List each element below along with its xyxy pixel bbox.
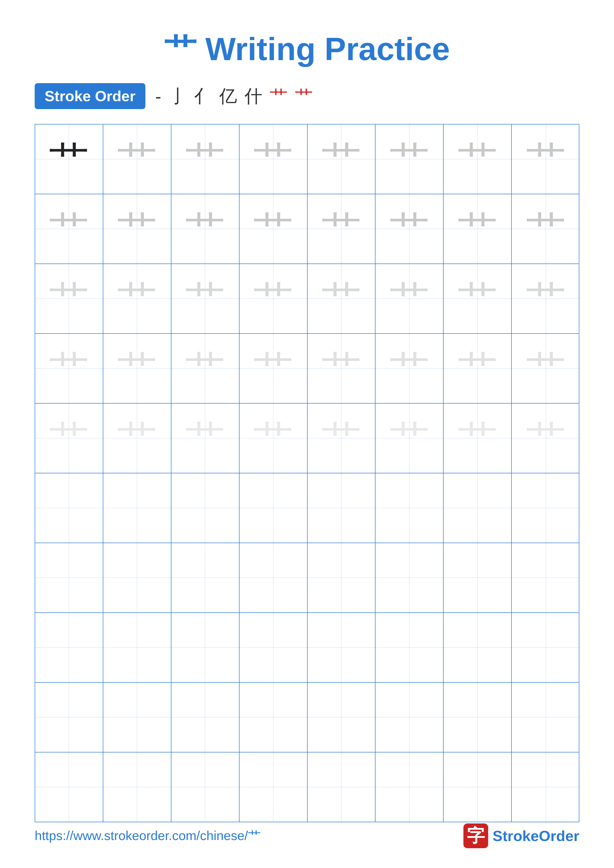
grid-cell[interactable]: 艹 (308, 124, 376, 194)
grid-cell[interactable] (376, 613, 444, 682)
grid-cell[interactable]: 艹 (35, 334, 103, 403)
grid-cell[interactable]: 艹 (35, 264, 103, 333)
practice-char: 艹 (458, 418, 497, 458)
grid-cell[interactable] (444, 752, 512, 822)
grid-cell[interactable] (35, 473, 103, 542)
grid-cell[interactable] (239, 613, 308, 682)
grid-cell[interactable]: 艹 (308, 334, 376, 403)
grid-row: 艹 艹 艹 艹 艹 艹 艹 艹 (35, 264, 579, 334)
grid-cell[interactable] (103, 543, 171, 612)
stroke-step-4: 亿 (219, 84, 237, 108)
grid-cell[interactable] (171, 543, 239, 612)
grid-cell[interactable]: 艹 (103, 264, 171, 333)
practice-char: 艹 (526, 279, 566, 318)
grid-cell[interactable] (103, 683, 171, 752)
grid-row (35, 613, 579, 683)
grid-cell[interactable]: 艹 (103, 194, 171, 264)
stroke-order-section: Stroke Order - 亅 亻 亿 什 艹 艹 (0, 83, 614, 109)
grid-cell[interactable]: 艹 (103, 124, 171, 194)
grid-cell[interactable] (376, 752, 444, 822)
grid-cell[interactable] (308, 473, 376, 542)
grid-cell[interactable] (171, 473, 239, 542)
grid-cell[interactable] (308, 752, 376, 822)
stroke-order-badge: Stroke Order (35, 83, 145, 109)
grid-cell[interactable]: 艹 (376, 124, 444, 194)
grid-cell[interactable]: 艹 (171, 334, 239, 403)
grid-cell[interactable]: 艹 (171, 264, 239, 333)
grid-cell[interactable] (512, 473, 580, 542)
title-character: 艹 (164, 31, 196, 67)
grid-cell[interactable]: 艹 (35, 403, 103, 473)
grid-cell[interactable]: 艹 (308, 264, 376, 333)
grid-cell[interactable]: 艹 (376, 334, 444, 403)
grid-cell[interactable]: 艹 (103, 403, 171, 473)
practice-char: 艹 (185, 279, 225, 318)
page-title: 艹 Writing Practice (0, 0, 614, 68)
grid-cell[interactable] (308, 613, 376, 682)
stroke-step-5: 什 (244, 84, 262, 108)
grid-cell[interactable]: 艹 (444, 403, 512, 473)
grid-cell[interactable]: 艹 (512, 403, 580, 473)
footer-url[interactable]: https://www.strokeorder.com/chinese/艹 (35, 827, 261, 845)
grid-cell[interactable] (308, 683, 376, 752)
grid-cell[interactable]: 艹 (376, 403, 444, 473)
grid-cell[interactable]: 艹 (171, 403, 239, 473)
grid-cell[interactable]: 艹 (35, 194, 103, 264)
grid-cell[interactable] (239, 543, 308, 612)
grid-cell[interactable]: 艹 (444, 264, 512, 333)
grid-cell[interactable] (444, 613, 512, 682)
grid-cell[interactable] (35, 543, 103, 612)
grid-cell[interactable]: 艹 (512, 334, 580, 403)
grid-cell[interactable]: 艹 (171, 194, 239, 264)
grid-cell[interactable]: 艹 (239, 124, 308, 194)
grid-cell[interactable] (103, 752, 171, 822)
grid-cell[interactable]: 艹 (308, 403, 376, 473)
grid-cell[interactable]: 艹 (444, 334, 512, 403)
grid-cell[interactable] (103, 473, 171, 542)
grid-cell[interactable] (376, 543, 444, 612)
grid-cell[interactable]: 艹 (376, 264, 444, 333)
practice-char: 艹 (322, 139, 361, 179)
grid-cell[interactable]: 艹 (239, 264, 308, 333)
practice-char: 艹 (253, 139, 293, 179)
grid-cell[interactable]: 艹 (376, 194, 444, 264)
grid-cell[interactable] (171, 752, 239, 822)
grid-cell[interactable]: 艹 (512, 124, 580, 194)
practice-char: 艹 (253, 418, 293, 458)
grid-cell[interactable] (308, 543, 376, 612)
practice-char: 艹 (526, 209, 566, 249)
grid-cell[interactable]: 艹 (444, 124, 512, 194)
grid-cell[interactable]: 艹 (512, 194, 580, 264)
grid-cell[interactable] (35, 752, 103, 822)
grid-cell[interactable]: 艹 (239, 403, 308, 473)
grid-cell[interactable] (512, 543, 580, 612)
grid-cell[interactable] (376, 683, 444, 752)
grid-cell[interactable]: 艹 (444, 194, 512, 264)
stroke-step-7: 艹 (295, 84, 313, 108)
grid-cell[interactable] (376, 473, 444, 542)
grid-cell[interactable] (103, 613, 171, 682)
grid-cell[interactable] (239, 683, 308, 752)
grid-cell[interactable] (239, 473, 308, 542)
grid-cell[interactable]: 艹 (239, 334, 308, 403)
grid-cell[interactable]: 艹 (239, 194, 308, 264)
grid-cell[interactable] (35, 613, 103, 682)
grid-cell[interactable] (512, 752, 580, 822)
grid-cell[interactable] (171, 683, 239, 752)
grid-cell[interactable] (239, 752, 308, 822)
grid-cell[interactable] (512, 613, 580, 682)
grid-cell[interactable]: 艹 (308, 194, 376, 264)
grid-cell[interactable]: 艹 (512, 264, 580, 333)
grid-cell[interactable] (444, 473, 512, 542)
grid-cell[interactable] (444, 683, 512, 752)
practice-char: 艹 (49, 139, 89, 179)
grid-cell[interactable] (512, 683, 580, 752)
grid-cell[interactable]: 艹 (103, 334, 171, 403)
grid-cell[interactable]: 艹 (35, 124, 103, 194)
grid-cell[interactable] (444, 543, 512, 612)
grid-cell[interactable]: 艹 (171, 124, 239, 194)
footer-logo-char: 字 (467, 824, 485, 848)
stroke-step-1: - (155, 86, 161, 106)
grid-cell[interactable] (35, 683, 103, 752)
grid-cell[interactable] (171, 613, 239, 682)
